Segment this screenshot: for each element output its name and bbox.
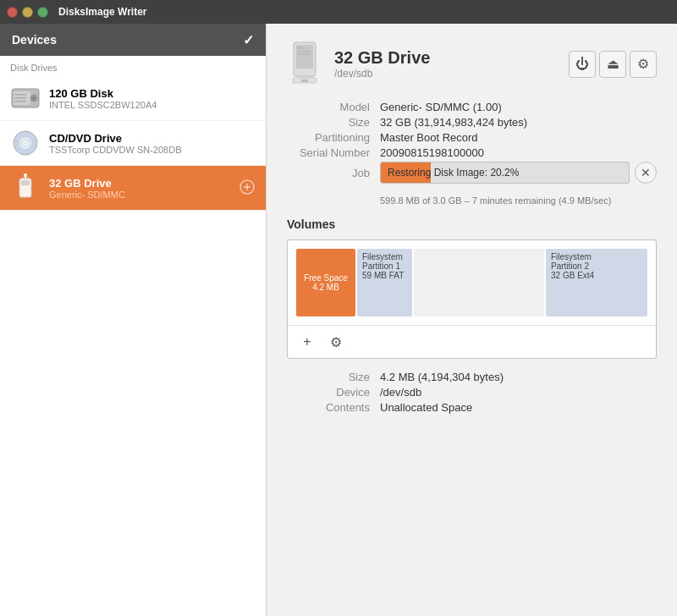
serial-label: Serial Number (287, 146, 380, 159)
close-button[interactable] (7, 7, 18, 18)
job-label: Job (287, 167, 380, 179)
info-table: Model Generic- SD/MMC (1.00) Size 32 GB … (287, 101, 657, 184)
power-button[interactable]: ⏻ (569, 51, 596, 78)
sidebar-item-hdd[interactable]: 120 GB Disk INTEL SSDSC2BW120A4 (0, 76, 266, 121)
cd-icon (10, 128, 41, 158)
volumes-title: Volumes (287, 217, 657, 231)
volume-fat[interactable]: Filesystem Partition 1 59 MB FAT (357, 249, 412, 316)
dvd-info: CD/DVD Drive TSSTcorp CDDVDW SN-208DB (49, 132, 181, 155)
size-label: Size (287, 116, 380, 129)
usb-info: 32 GB Drive Generic- SD/MMC (49, 177, 125, 200)
vol-size-value: 4.2 MB (4,194,304 bytes) (380, 371, 504, 383)
devices-label: Devices (12, 33, 57, 47)
drive-name: 32 GB Drive (334, 48, 569, 68)
main-layout: Devices ✓ Disk Drives 120 GB Disk INTEL … (0, 24, 677, 616)
dvd-sub: TSSTcorp CDDVDW SN-208DB (49, 145, 181, 155)
vol-contents-label: Contents (287, 401, 380, 414)
serial-row: Serial Number 20090815198100000 (287, 146, 657, 159)
vol-fat-label: Filesystem (362, 252, 403, 261)
vol-contents-value: Unallocated Space (380, 401, 472, 414)
size-value: 32 GB (31,914,983,424 bytes) (380, 116, 527, 129)
window-title: DisksImage Writer (58, 6, 147, 18)
model-value: Generic- SD/MMC (1.00) (380, 101, 502, 113)
content-area: 32 GB Drive /dev/sdb ⏻ ⏏ ⚙ Model Generic… (267, 24, 677, 616)
titlebar: DisksImage Writer (0, 0, 677, 24)
svg-rect-6 (14, 101, 26, 102)
partitioning-value: Master Boot Record (380, 131, 478, 144)
sidebar: Devices ✓ Disk Drives 120 GB Disk INTEL … (0, 24, 267, 616)
window-controls[interactable] (7, 7, 48, 18)
vol-free-size: 4.2 MB (312, 283, 339, 292)
vol-fat-size: 59 MB FAT (362, 271, 404, 280)
disk-drives-label: Disk Drives (0, 56, 266, 76)
volume-settings-button[interactable]: ⚙ (325, 331, 347, 353)
svg-rect-5 (14, 97, 26, 99)
drive-header: 32 GB Drive /dev/sdb ⏻ ⏏ ⚙ (287, 41, 657, 87)
vol-size-label: Size (287, 371, 380, 383)
drive-large-icon (287, 41, 322, 87)
maximize-button[interactable] (37, 7, 48, 18)
vol-size-row: Size 4.2 MB (4,194,304 bytes) (287, 371, 657, 383)
volume-ext4[interactable]: Filesystem Partition 2 32 GB Ext4 (546, 249, 647, 316)
title-bold: Image Writer (85, 6, 146, 18)
vol-contents-row: Contents Unallocated Space (287, 401, 657, 414)
svg-rect-24 (297, 53, 311, 55)
title-plain: Disks (58, 6, 85, 18)
cancel-button[interactable]: ✕ (635, 162, 657, 184)
svg-rect-23 (297, 51, 311, 52)
volumes-toolbar: + ⚙ (288, 325, 656, 358)
svg-rect-27 (301, 80, 308, 82)
volume-empty (414, 249, 544, 316)
svg-point-3 (33, 97, 36, 100)
hdd-name: 120 GB Disk (49, 87, 157, 100)
eject-button[interactable]: ⏏ (599, 51, 626, 78)
serial-value: 20090815198100000 (380, 146, 484, 159)
job-row: Job Restoring Disk Image: 20.2% ✕ (287, 162, 657, 184)
progress-text: Restoring Disk Image: 20.2% (381, 162, 629, 183)
job-status: 599.8 MB of 3.0 GB – 7 minutes remaining… (380, 195, 657, 206)
drive-actions: ⏻ ⏏ ⚙ (569, 51, 657, 78)
volumes-box: Free Space 4.2 MB Filesystem Partition 1… (287, 239, 657, 359)
settings-button[interactable]: ⚙ (630, 51, 657, 78)
vol-free-label: Free Space (304, 273, 348, 283)
sidebar-header: Devices ✓ (0, 24, 266, 56)
hdd-icon (10, 83, 41, 113)
usb-sub: Generic- SD/MMC (49, 190, 125, 200)
model-label: Model (287, 101, 380, 113)
drive-title: 32 GB Drive /dev/sdb (334, 48, 569, 80)
usb-icon (10, 173, 41, 203)
sidebar-item-usb[interactable]: 32 GB Drive Generic- SD/MMC (0, 166, 266, 211)
model-row: Model Generic- SD/MMC (1.00) (287, 101, 657, 113)
svg-rect-4 (14, 94, 26, 96)
svg-point-10 (25, 142, 27, 145)
partitioning-label: Partitioning (287, 131, 380, 144)
progress-bar-container: Restoring Disk Image: 20.2% (380, 162, 630, 184)
usb-icon-right (239, 179, 256, 198)
hdd-sub: INTEL SSDSC2BW120A4 (49, 100, 157, 110)
usb-name: 32 GB Drive (49, 177, 125, 190)
dvd-name: CD/DVD Drive (49, 132, 181, 145)
vol-ext4-sublabel: Partition 2 (551, 261, 589, 271)
size-row: Size 32 GB (31,914,983,424 bytes) (287, 116, 657, 129)
vol-ext4-label: Filesystem (551, 252, 592, 261)
svg-rect-22 (297, 47, 304, 49)
vol-device-value: /dev/sdb (380, 386, 421, 399)
volume-free[interactable]: Free Space 4.2 MB (296, 249, 355, 316)
drive-path: /dev/sdb (334, 68, 569, 80)
selected-volume-info: Size 4.2 MB (4,194,304 bytes) Device /de… (287, 371, 657, 414)
minimize-button[interactable] (22, 7, 33, 18)
vol-device-label: Device (287, 386, 380, 399)
volumes-visual: Free Space 4.2 MB Filesystem Partition 1… (288, 240, 656, 325)
check-icon: ✓ (243, 32, 254, 48)
hdd-info: 120 GB Disk INTEL SSDSC2BW120A4 (49, 87, 157, 110)
vol-fat-sublabel: Partition 1 (362, 261, 400, 271)
add-volume-button[interactable]: + (296, 331, 318, 353)
svg-rect-12 (21, 180, 30, 185)
vol-device-row: Device /dev/sdb (287, 386, 657, 399)
vol-ext4-size: 32 GB Ext4 (551, 271, 594, 280)
partitioning-row: Partitioning Master Boot Record (287, 131, 657, 144)
sidebar-item-dvd[interactable]: CD/DVD Drive TSSTcorp CDDVDW SN-208DB (0, 121, 266, 166)
